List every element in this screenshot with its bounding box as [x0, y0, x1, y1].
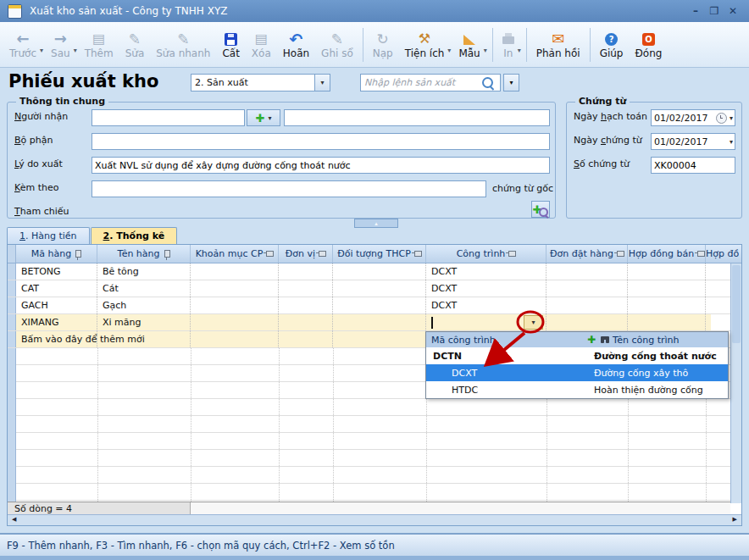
- cell-cong-trinh[interactable]: DCXT: [426, 263, 546, 280]
- cell-ma-hang[interactable]: CAT: [16, 280, 97, 297]
- detail-tabs: 1. Hàng tiền 2. Thống kê: [7, 227, 177, 245]
- row-count: Số dòng = 4: [8, 502, 191, 514]
- label-ly-do-xuat: Lý do xuất: [14, 158, 91, 172]
- vertical-scrollbar[interactable]: [730, 263, 741, 503]
- cell-ten-hang[interactable]: Gạch: [97, 297, 191, 313]
- plus-icon: [256, 112, 265, 125]
- label-ngay-hach-toan: Ngày hạch toán: [574, 111, 652, 125]
- scroll-left-icon[interactable]: [12, 516, 16, 523]
- search-icon[interactable]: [482, 77, 493, 88]
- document-date-field[interactable]: 01/02/2017: [651, 133, 735, 150]
- toolbar-button-xoa: Xóa: [246, 24, 277, 66]
- project-option-dctn[interactable]: DCTN Đường cống thoát nước: [426, 347, 728, 364]
- column-header-don-dat-hang[interactable]: Đơn đặt hàng: [546, 245, 628, 263]
- column-header-ten-hang[interactable]: Tên hàng: [97, 245, 191, 263]
- pin-icon[interactable]: [697, 251, 705, 257]
- text-cursor: [431, 317, 433, 329]
- maximize-button[interactable]: ❐: [705, 3, 724, 19]
- table-row[interactable]: GACH Gạch DCXT: [8, 297, 730, 314]
- cell-ma-hang[interactable]: BETONG: [16, 263, 97, 280]
- add-new-row-label[interactable]: Bấm vào đây để thêm mới: [21, 334, 145, 345]
- add-recipient-button[interactable]: [247, 109, 280, 126]
- search-dropdown-button[interactable]: [503, 74, 519, 91]
- cell-ten-hang[interactable]: Cát: [97, 280, 191, 297]
- binoculars-icon[interactable]: [601, 336, 604, 343]
- project-dropdown-button[interactable]: [524, 315, 543, 330]
- label-ngay-chung-tu: Ngày chứng từ: [574, 135, 652, 148]
- column-header-khoan-muc-cp[interactable]: Khoản mục CP: [191, 245, 279, 263]
- posting-date-value: 01/02/2017: [652, 113, 716, 124]
- toolbar-button-sua-nhanh: Sửa nhanh: [150, 24, 216, 66]
- cell-ma-hang[interactable]: GACH: [16, 297, 97, 313]
- title-bar: Xuất kho sản xuất - Công ty TNHH XYZ – ❐…: [0, 0, 749, 22]
- nguoi-nhan-input[interactable]: [92, 109, 245, 126]
- table-row[interactable]: BETONG Bê tông DCXT: [8, 263, 730, 280]
- cell-ten-hang[interactable]: Bê tông: [97, 263, 191, 280]
- chevron-down-icon[interactable]: [40, 47, 43, 54]
- column-header-cong-trinh[interactable]: Công trình: [426, 245, 546, 263]
- column-header-ma-hang[interactable]: Mã hàng: [16, 245, 97, 263]
- clock-icon[interactable]: [716, 113, 727, 124]
- toolbar-separator: [363, 28, 363, 62]
- cell-ma-hang[interactable]: XIMANG: [16, 314, 97, 330]
- column-header-doi-tuong-thcp[interactable]: Đối tượng THCP: [333, 245, 426, 263]
- cell-ten-hang[interactable]: Xi măng: [97, 314, 191, 330]
- ly-do-xuat-input[interactable]: [92, 157, 550, 174]
- voucher-type-select[interactable]: 2. Sản xuất: [191, 74, 330, 91]
- scrollbar-thumb[interactable]: [732, 265, 741, 343]
- chevron-down-icon[interactable]: [447, 47, 451, 54]
- toolbar-button-sua: Sửa: [119, 24, 151, 66]
- undo-icon: [289, 30, 302, 47]
- table-row[interactable]: CAT Cát DCXT: [8, 280, 730, 297]
- toolbar-button-tien-ich[interactable]: Tiện ích: [399, 24, 451, 66]
- search-input[interactable]: [361, 77, 482, 88]
- column-header-hop-dong[interactable]: Hợp đồ: [706, 245, 739, 263]
- cell-cong-trinh[interactable]: DCXT: [426, 280, 546, 297]
- general-info-group: Thông tin chung Người nhận Bộ phận Lý do…: [7, 102, 556, 219]
- minimize-button[interactable]: –: [686, 3, 705, 19]
- edit-document-icon: [129, 30, 141, 47]
- posting-date-field[interactable]: 01/02/2017: [651, 109, 735, 126]
- toolbar-button-giup[interactable]: Giúp: [594, 24, 630, 66]
- chevron-down-icon[interactable]: [314, 75, 330, 91]
- chevron-down-icon[interactable]: [730, 114, 733, 122]
- pin-icon[interactable]: [508, 251, 516, 257]
- pin-icon[interactable]: [75, 250, 81, 258]
- chevron-down-icon: [268, 114, 271, 122]
- production-order-search[interactable]: [360, 74, 501, 91]
- column-header-don-vi[interactable]: Đơn vị: [279, 245, 333, 263]
- pin-icon[interactable]: [414, 251, 422, 257]
- chevron-down-icon[interactable]: [74, 47, 77, 54]
- plus-icon[interactable]: [587, 334, 596, 346]
- kem-theo-input[interactable]: [92, 180, 486, 197]
- chevron-down-icon[interactable]: [518, 47, 521, 54]
- toolbar-button-cat[interactable]: Cất: [216, 24, 245, 66]
- cell-cong-trinh[interactable]: DCXT: [426, 297, 546, 313]
- tab-hang-tien[interactable]: 1. Hàng tiền: [7, 227, 90, 244]
- bo-phan-input[interactable]: [92, 133, 550, 150]
- chevron-down-icon[interactable]: [730, 138, 733, 146]
- toolbar-button-phan-hoi[interactable]: Phản hồi: [530, 24, 586, 66]
- chevron-down-icon[interactable]: [484, 47, 487, 54]
- pencil-icon: [331, 30, 343, 47]
- project-option-dcxt-selected[interactable]: DCXT Đường cống xây thô: [426, 364, 728, 381]
- pin-icon[interactable]: [617, 251, 624, 257]
- so-chung-tu-input[interactable]: [651, 157, 735, 174]
- horizontal-scrollbar[interactable]: [8, 514, 741, 525]
- project-option-htdc[interactable]: HTDC Hoàn thiện đường cống: [426, 381, 728, 398]
- table-row-active[interactable]: XIMANG Xi măng: [8, 314, 730, 331]
- tab-thong-ke[interactable]: 2. Thống kê: [91, 227, 178, 244]
- toolbar-button-hoan[interactable]: Hoãn: [277, 24, 315, 66]
- toolbar-button-dong[interactable]: Đóng: [629, 24, 668, 66]
- close-button[interactable]: ✕: [724, 3, 742, 19]
- toolbar-button-mau[interactable]: Mẫu: [452, 24, 485, 66]
- pin-icon[interactable]: [319, 251, 326, 257]
- scroll-right-icon[interactable]: [733, 516, 737, 523]
- column-header-hop-dong-ban[interactable]: Hợp đồng bán: [628, 245, 706, 263]
- collapse-splitter[interactable]: [354, 219, 398, 228]
- nguoi-nhan-ten-input[interactable]: [284, 109, 550, 126]
- add-reference-button[interactable]: [531, 201, 550, 218]
- pin-icon[interactable]: [266, 251, 274, 257]
- cell-cong-trinh-editing[interactable]: [426, 314, 546, 330]
- pin-icon[interactable]: [164, 250, 170, 258]
